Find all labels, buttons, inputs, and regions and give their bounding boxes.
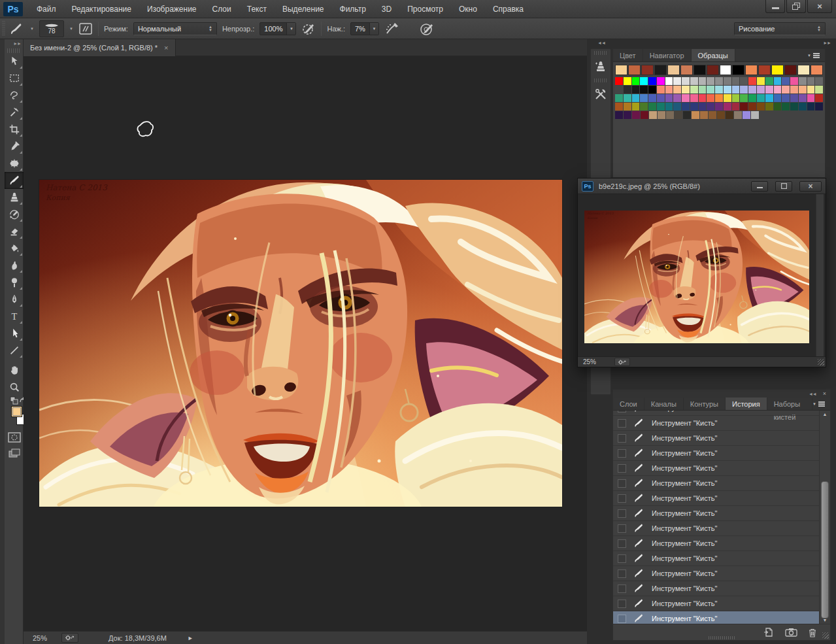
history-item[interactable]: Инструмент "Кисть" [613, 566, 819, 581]
color-swatch[interactable] [648, 77, 656, 85]
menu-item[interactable]: Выделение [275, 0, 332, 18]
color-swatch[interactable] [815, 103, 823, 110]
floating-document-window[interactable]: Ps b9e219c.jpeg @ 25% (RGB/8#) × 25% [577, 178, 826, 367]
clone-source-panel-icon[interactable] [591, 57, 610, 76]
tab-paths[interactable]: Контуры [684, 398, 726, 410]
panel-close-icon[interactable]: × [823, 391, 826, 397]
tool-brush[interactable] [5, 172, 24, 189]
color-swatch[interactable] [624, 103, 631, 110]
history-scrollbar[interactable]: ▲ ▼ [819, 411, 830, 624]
tool-eraser[interactable] [5, 223, 24, 240]
new-document-from-state-button[interactable] [763, 627, 775, 637]
color-swatch[interactable] [665, 94, 673, 102]
color-swatch[interactable] [757, 103, 765, 110]
color-swatch[interactable] [690, 77, 698, 85]
mode-select[interactable]: Нормальный ▲▼ [133, 22, 217, 35]
color-swatch[interactable] [774, 77, 782, 85]
color-swatch[interactable] [790, 94, 798, 102]
tool-spot-healing-brush[interactable] [5, 155, 24, 172]
history-item[interactable]: Инструмент "Кисть" [613, 551, 819, 566]
tool-crop[interactable] [5, 121, 24, 138]
color-swatch[interactable] [732, 86, 740, 93]
color-swatch[interactable] [815, 86, 823, 93]
menu-item[interactable]: Файл [29, 0, 64, 18]
color-swatch[interactable] [765, 94, 773, 102]
color-swatch[interactable] [657, 77, 665, 85]
color-swatch[interactable] [683, 111, 691, 119]
color-swatch[interactable] [732, 65, 744, 75]
history-item[interactable]: Инструмент "Кисть" [613, 461, 819, 476]
color-swatch[interactable] [782, 103, 790, 110]
color-swatch[interactable] [799, 86, 807, 93]
restore-button[interactable] [786, 0, 806, 13]
tab-navigator[interactable]: Навигатор [643, 49, 692, 61]
color-swatch[interactable] [782, 86, 790, 93]
history-source-checkbox[interactable] [618, 569, 626, 578]
color-swatch[interactable] [734, 111, 742, 119]
history-source-checkbox[interactable] [618, 600, 626, 608]
menu-item[interactable]: Текст [239, 0, 275, 18]
panel-menu-icon[interactable]: ▼ [807, 49, 825, 61]
workspace-select[interactable]: Рисование ▲▼ [734, 22, 826, 35]
color-swatch[interactable] [790, 103, 798, 110]
color-swatch[interactable] [682, 86, 690, 93]
history-item[interactable]: Инструмент "Кисть" [613, 476, 819, 491]
color-swatch[interactable] [624, 111, 631, 119]
history-item[interactable]: Инструмент "Кисть" [613, 506, 819, 521]
floating-window-scrollbar[interactable] [816, 194, 824, 356]
color-swatch[interactable] [699, 94, 707, 102]
color-swatch[interactable] [640, 94, 648, 102]
color-swatch[interactable] [807, 77, 815, 85]
document-size-info[interactable]: Док: 18,3M/39,6M [109, 634, 167, 642]
brush-panel-toggle-icon[interactable] [78, 22, 93, 35]
color-swatch[interactable] [757, 86, 765, 93]
color-swatch[interactable] [732, 77, 740, 85]
color-swatch[interactable] [699, 86, 707, 93]
color-swatch[interactable] [649, 111, 657, 119]
color-swatch[interactable] [797, 65, 810, 75]
new-snapshot-button[interactable] [785, 628, 797, 637]
history-item[interactable]: Инструмент "Кисть" [613, 446, 819, 461]
color-swatch[interactable] [799, 103, 807, 110]
color-swatch[interactable] [665, 103, 673, 110]
color-swatch[interactable] [765, 103, 773, 110]
color-swatch[interactable] [658, 111, 665, 119]
menu-item[interactable]: 3D [374, 0, 399, 18]
history-source-checkbox[interactable] [618, 449, 626, 458]
menu-item[interactable]: Слои [205, 0, 239, 18]
color-swatch[interactable] [665, 77, 673, 85]
color-swatch[interactable] [707, 77, 714, 85]
history-item[interactable]: Инструмент "Кисть" [613, 521, 819, 536]
color-swatch[interactable] [624, 94, 631, 102]
tool-type[interactable]: T [5, 308, 24, 325]
toolbar-grip[interactable] [7, 48, 20, 53]
tab-channels[interactable]: Каналы [644, 398, 684, 410]
color-swatch[interactable] [740, 103, 748, 110]
color-swatch[interactable] [743, 111, 750, 119]
color-swatch[interactable] [765, 77, 773, 85]
color-swatch[interactable] [807, 94, 815, 102]
color-swatch[interactable] [624, 86, 631, 93]
history-source-checkbox[interactable] [618, 615, 626, 623]
tab-swatches[interactable]: Образцы [692, 49, 735, 61]
menu-item[interactable]: Справка [485, 0, 531, 18]
tab-history[interactable]: История [726, 398, 767, 410]
color-swatch[interactable] [815, 94, 823, 102]
close-button[interactable]: × [807, 0, 832, 13]
floating-maximize-button[interactable] [775, 181, 792, 192]
floating-document-image[interactable] [584, 211, 809, 343]
color-swatch[interactable] [757, 94, 765, 102]
scroll-down-icon[interactable]: ▼ [820, 618, 830, 622]
color-swatch[interactable] [657, 86, 665, 93]
menu-item[interactable]: Изображение [139, 0, 205, 18]
color-swatch[interactable] [751, 111, 759, 119]
color-swatch[interactable] [799, 94, 807, 102]
tool-path-selection[interactable] [5, 325, 24, 342]
color-swatch[interactable] [667, 65, 680, 75]
brush-size-caret[interactable]: ▼ [69, 27, 73, 31]
floating-resize-grip[interactable] [818, 359, 824, 365]
color-swatch[interactable] [615, 103, 623, 110]
history-item[interactable]: Инструмент "Кисть" [613, 491, 819, 506]
color-swatch[interactable] [740, 94, 748, 102]
color-swatch[interactable] [709, 111, 716, 119]
